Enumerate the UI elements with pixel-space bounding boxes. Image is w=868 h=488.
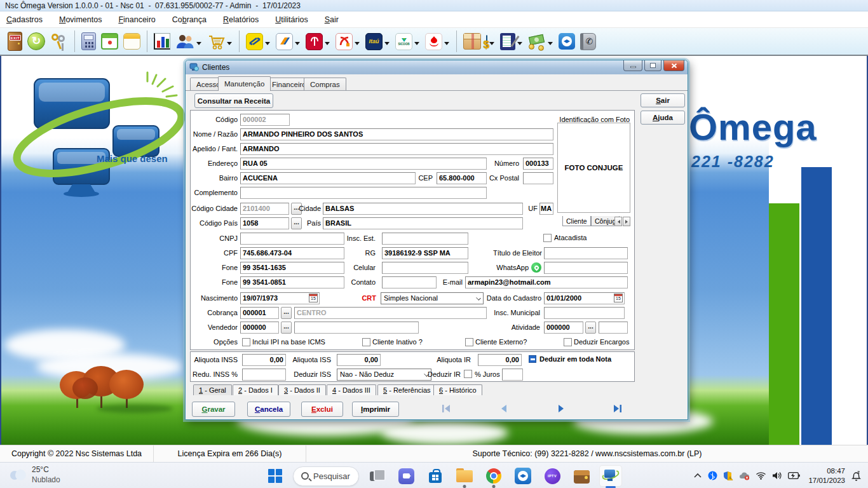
cobranca-desc-input[interactable]: CENTRO: [294, 307, 487, 319]
nome-input[interactable]: ARMANDO PINHEIRO DOS SANTOS: [240, 128, 553, 140]
santander-button[interactable]: [423, 29, 452, 53]
dialog-maximize-button[interactable]: [644, 60, 661, 71]
chrome-button[interactable]: [482, 465, 505, 487]
cx-postal-input[interactable]: [523, 172, 553, 184]
aliquota-iss-input[interactable]: 0,00: [337, 354, 381, 366]
aliquota-inss-input[interactable]: 0,00: [242, 354, 286, 366]
data-cadastro-calendar-button[interactable]: 15: [614, 294, 623, 302]
nav-next-button[interactable]: [555, 402, 568, 415]
crt-select[interactable]: Simples Nacional: [381, 292, 484, 304]
nav-prev-button[interactable]: [497, 402, 510, 415]
dropdown-arrow-icon[interactable]: [548, 42, 553, 48]
teamviewer-button[interactable]: [556, 29, 578, 53]
pais-input[interactable]: BRASIL: [323, 217, 523, 229]
package-button[interactable]: [461, 29, 484, 53]
battery-icon[interactable]: [788, 472, 800, 479]
tab-dados2[interactable]: 3 - Dados II: [278, 384, 326, 395]
clock[interactable]: 08:47 17/01/2023: [808, 466, 845, 485]
banco-brasil-button[interactable]: [243, 29, 273, 53]
rg-input[interactable]: 39186192-9 SSP MA: [382, 247, 468, 259]
calculator-button[interactable]: [79, 29, 98, 53]
nav-last-button[interactable]: [611, 402, 624, 415]
tab-dados1[interactable]: 2 - Dados I: [233, 384, 278, 395]
clients-button[interactable]: [173, 29, 205, 53]
menu-utilitarios[interactable]: Utilitários: [275, 15, 308, 24]
cidade-input[interactable]: BALSAS: [323, 203, 523, 215]
dropdown-arrow-icon[interactable]: [517, 42, 522, 48]
notifications-dnd-icon[interactable]: [851, 471, 862, 481]
tab-geral[interactable]: 1 - Geral: [193, 384, 232, 395]
menu-financeiro[interactable]: Financeiro: [118, 15, 155, 24]
card-button[interactable]: $: [484, 29, 498, 53]
deduzir-encargos-checkbox[interactable]: [564, 338, 572, 346]
photo-box[interactable]: FOTO CONJUGE: [557, 123, 630, 213]
cheque-button[interactable]: [498, 29, 526, 53]
wallet-app-button[interactable]: [570, 465, 593, 487]
gravar-button[interactable]: Gravar: [192, 402, 235, 417]
bluetooth-icon[interactable]: [708, 471, 717, 480]
caixa-button[interactable]: [273, 29, 303, 53]
security-shield-icon[interactable]: [723, 471, 733, 480]
dropdown-arrow-icon[interactable]: [196, 42, 201, 48]
onedrive-error-icon[interactable]: [739, 471, 750, 480]
nav-first-button[interactable]: [440, 402, 452, 415]
nascimento-input[interactable]: 19/07/1973: [240, 292, 320, 304]
photo-tab-scroll-left[interactable]: [614, 217, 622, 226]
calendar-button[interactable]: [98, 29, 121, 53]
store-button[interactable]: [424, 465, 447, 487]
ipi-icms-checkbox[interactable]: [242, 338, 250, 346]
dropdown-arrow-icon[interactable]: [414, 42, 419, 48]
ajuda-button[interactable]: Ajuda: [641, 111, 685, 125]
deduzir-nota-checkbox[interactable]: [529, 355, 536, 363]
iptv-button[interactable]: IPTV: [541, 465, 564, 487]
redu-inss-input[interactable]: [242, 369, 286, 381]
cliente-inativo-checkbox[interactable]: [362, 338, 370, 346]
teamviewer-taskbar-button[interactable]: [512, 465, 534, 487]
search-box[interactable]: Pesquisar: [293, 466, 359, 486]
menu-movimentos[interactable]: Movimentos: [59, 15, 102, 24]
cancela-button[interactable]: Cancela: [247, 402, 290, 417]
phonebook-button[interactable]: ✆: [578, 29, 599, 53]
atividade-lookup-button[interactable]: ...: [585, 322, 596, 334]
dropdown-arrow-icon[interactable]: [325, 42, 330, 48]
start-button[interactable]: [264, 465, 287, 487]
atividade-desc-input[interactable]: [599, 322, 628, 334]
dropdown-arrow-icon[interactable]: [384, 42, 390, 48]
sicoob-button[interactable]: SICOOB: [393, 29, 423, 53]
atividade-input[interactable]: 000000: [544, 322, 583, 334]
insc-municipal-input[interactable]: [544, 307, 625, 319]
bradesco-button[interactable]: [303, 29, 333, 53]
vendedor-lookup-button[interactable]: ...: [281, 322, 292, 334]
dropdown-arrow-icon[interactable]: [295, 42, 300, 48]
dialog-close-button[interactable]: [663, 60, 684, 71]
vendedor-input[interactable]: 000000: [240, 322, 279, 334]
exit-button[interactable]: EXIT: [5, 29, 25, 53]
cart-button[interactable]: [205, 29, 235, 53]
wifi-icon[interactable]: [756, 471, 766, 480]
dropdown-arrow-icon[interactable]: [355, 42, 360, 48]
celular-input[interactable]: [382, 262, 468, 274]
cobranca-input[interactable]: 000001: [240, 307, 279, 319]
endereco-input[interactable]: RUA 05: [240, 158, 487, 170]
codigo-input[interactable]: 000002: [240, 114, 290, 126]
weather-widget[interactable]: 25°CNublado: [9, 465, 60, 485]
chat-button[interactable]: [395, 465, 417, 487]
refresh-button[interactable]: ↻: [25, 29, 48, 53]
apelido-input[interactable]: ARMANDO: [240, 143, 553, 155]
dropdown-arrow-icon[interactable]: [227, 42, 232, 48]
photo-tab-scroll-right[interactable]: [623, 217, 630, 226]
photo-tab-cliente[interactable]: Cliente: [562, 216, 591, 226]
tab-referencias[interactable]: 5 - Referências: [377, 384, 437, 395]
email-input[interactable]: armapin23@hotmail.com: [465, 276, 628, 288]
task-view-button[interactable]: [365, 465, 388, 487]
sair-button[interactable]: Sair: [641, 93, 685, 107]
dropdown-arrow-icon[interactable]: [489, 42, 494, 48]
sicredi-button[interactable]: [333, 29, 363, 53]
uf-input[interactable]: MA: [539, 203, 553, 215]
dialog-titlebar[interactable]: Clientes: [186, 60, 688, 74]
money-button[interactable]: [526, 29, 556, 53]
dropdown-arrow-icon[interactable]: [265, 42, 270, 48]
complemento-input[interactable]: [240, 187, 487, 199]
menu-cadastros[interactable]: Cadastros: [6, 15, 43, 24]
exclui-button[interactable]: Exclui: [301, 402, 343, 417]
